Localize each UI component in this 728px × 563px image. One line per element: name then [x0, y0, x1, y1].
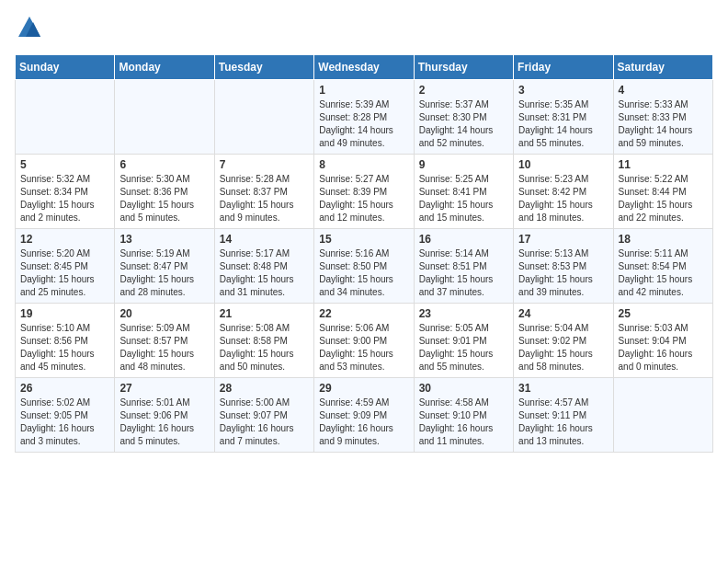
day-number: 3	[518, 84, 608, 97]
day-number: 31	[518, 382, 608, 395]
calendar-cell: 17Sunrise: 5:13 AM Sunset: 8:53 PM Dayli…	[514, 229, 613, 304]
day-info: Sunrise: 5:28 AM Sunset: 8:37 PM Dayligh…	[220, 173, 309, 224]
calendar-cell: 2Sunrise: 5:37 AM Sunset: 8:30 PM Daylig…	[414, 80, 513, 155]
day-info: Sunrise: 5:32 AM Sunset: 8:34 PM Dayligh…	[20, 173, 109, 224]
day-info: Sunrise: 5:02 AM Sunset: 9:05 PM Dayligh…	[20, 396, 109, 448]
day-number: 4	[619, 84, 708, 97]
day-number: 17	[518, 233, 608, 246]
day-number: 9	[419, 158, 508, 171]
day-info: Sunrise: 5:20 AM Sunset: 8:45 PM Dayligh…	[20, 247, 109, 299]
calendar-cell: 1Sunrise: 5:39 AM Sunset: 8:28 PM Daylig…	[314, 80, 414, 155]
calendar-cell: 4Sunrise: 5:33 AM Sunset: 8:33 PM Daylig…	[613, 80, 712, 155]
calendar-body: 1Sunrise: 5:39 AM Sunset: 8:28 PM Daylig…	[16, 80, 713, 453]
calendar-cell: 20Sunrise: 5:09 AM Sunset: 8:57 PM Dayli…	[115, 304, 214, 378]
calendar-cell: 9Sunrise: 5:25 AM Sunset: 8:41 PM Daylig…	[414, 155, 513, 229]
calendar-cell: 5Sunrise: 5:32 AM Sunset: 8:34 PM Daylig…	[16, 155, 115, 229]
day-info: Sunrise: 5:37 AM Sunset: 8:30 PM Dayligh…	[419, 98, 508, 150]
day-info: Sunrise: 5:19 AM Sunset: 8:47 PM Dayligh…	[119, 247, 209, 299]
day-info: Sunrise: 5:17 AM Sunset: 8:48 PM Dayligh…	[220, 247, 309, 299]
calendar-cell: 29Sunrise: 4:59 AM Sunset: 9:09 PM Dayli…	[314, 378, 414, 453]
week-row-4: 19Sunrise: 5:10 AM Sunset: 8:56 PM Dayli…	[16, 304, 713, 378]
header-row: SundayMondayTuesdayWednesdayThursdayFrid…	[16, 55, 713, 80]
day-info: Sunrise: 5:16 AM Sunset: 8:50 PM Dayligh…	[319, 247, 408, 299]
day-number: 1	[319, 84, 408, 97]
calendar-cell: 13Sunrise: 5:19 AM Sunset: 8:47 PM Dayli…	[115, 229, 214, 304]
day-number: 15	[319, 233, 408, 246]
day-info: Sunrise: 5:27 AM Sunset: 8:39 PM Dayligh…	[319, 173, 408, 224]
day-info: Sunrise: 5:35 AM Sunset: 8:31 PM Dayligh…	[518, 98, 608, 150]
calendar-cell: 7Sunrise: 5:28 AM Sunset: 8:37 PM Daylig…	[214, 155, 313, 229]
day-number: 13	[119, 233, 209, 246]
calendar-cell: 25Sunrise: 5:03 AM Sunset: 9:04 PM Dayli…	[613, 304, 712, 378]
week-row-2: 5Sunrise: 5:32 AM Sunset: 8:34 PM Daylig…	[16, 155, 713, 229]
day-info: Sunrise: 5:14 AM Sunset: 8:51 PM Dayligh…	[419, 247, 508, 299]
calendar-cell: 3Sunrise: 5:35 AM Sunset: 8:31 PM Daylig…	[514, 80, 613, 155]
header-day-friday: Friday	[514, 55, 613, 80]
logo-icon	[17, 15, 42, 40]
day-info: Sunrise: 4:57 AM Sunset: 9:11 PM Dayligh…	[518, 396, 608, 448]
logo	[15, 15, 42, 45]
day-info: Sunrise: 5:09 AM Sunset: 8:57 PM Dayligh…	[119, 322, 209, 373]
calendar-cell	[214, 80, 313, 155]
day-info: Sunrise: 5:06 AM Sunset: 9:00 PM Dayligh…	[319, 322, 408, 373]
header-day-wednesday: Wednesday	[314, 55, 414, 80]
calendar-header: SundayMondayTuesdayWednesdayThursdayFrid…	[16, 55, 713, 80]
day-number: 11	[619, 158, 708, 171]
calendar-cell	[16, 80, 115, 155]
day-info: Sunrise: 5:11 AM Sunset: 8:54 PM Dayligh…	[619, 247, 708, 299]
day-number: 25	[619, 307, 708, 320]
calendar-cell: 10Sunrise: 5:23 AM Sunset: 8:42 PM Dayli…	[514, 155, 613, 229]
day-number: 23	[419, 307, 508, 320]
day-number: 8	[319, 158, 408, 171]
day-number: 19	[20, 307, 109, 320]
week-row-5: 26Sunrise: 5:02 AM Sunset: 9:05 PM Dayli…	[16, 378, 713, 453]
week-row-3: 12Sunrise: 5:20 AM Sunset: 8:45 PM Dayli…	[16, 229, 713, 304]
header-day-sunday: Sunday	[16, 55, 115, 80]
day-number: 21	[220, 307, 309, 320]
day-info: Sunrise: 4:59 AM Sunset: 9:09 PM Dayligh…	[319, 396, 408, 448]
day-number: 12	[20, 233, 109, 246]
calendar-cell: 26Sunrise: 5:02 AM Sunset: 9:05 PM Dayli…	[16, 378, 115, 453]
week-row-1: 1Sunrise: 5:39 AM Sunset: 8:28 PM Daylig…	[16, 80, 713, 155]
calendar-cell: 23Sunrise: 5:05 AM Sunset: 9:01 PM Dayli…	[414, 304, 513, 378]
calendar-cell: 19Sunrise: 5:10 AM Sunset: 8:56 PM Dayli…	[16, 304, 115, 378]
calendar-cell: 8Sunrise: 5:27 AM Sunset: 8:39 PM Daylig…	[314, 155, 414, 229]
header-day-thursday: Thursday	[414, 55, 513, 80]
calendar-cell: 22Sunrise: 5:06 AM Sunset: 9:00 PM Dayli…	[314, 304, 414, 378]
day-number: 5	[20, 158, 109, 171]
header-day-tuesday: Tuesday	[214, 55, 313, 80]
day-info: Sunrise: 5:03 AM Sunset: 9:04 PM Dayligh…	[619, 322, 708, 373]
calendar-cell: 16Sunrise: 5:14 AM Sunset: 8:51 PM Dayli…	[414, 229, 513, 304]
day-number: 24	[518, 307, 608, 320]
day-info: Sunrise: 5:23 AM Sunset: 8:42 PM Dayligh…	[518, 173, 608, 224]
day-number: 30	[419, 382, 508, 395]
calendar-cell: 12Sunrise: 5:20 AM Sunset: 8:45 PM Dayli…	[16, 229, 115, 304]
day-info: Sunrise: 5:01 AM Sunset: 9:06 PM Dayligh…	[119, 396, 209, 448]
calendar-cell: 18Sunrise: 5:11 AM Sunset: 8:54 PM Dayli…	[613, 229, 712, 304]
header-day-saturday: Saturday	[613, 55, 712, 80]
day-info: Sunrise: 5:10 AM Sunset: 8:56 PM Dayligh…	[20, 322, 109, 373]
day-info: Sunrise: 5:22 AM Sunset: 8:44 PM Dayligh…	[619, 173, 708, 224]
day-info: Sunrise: 5:04 AM Sunset: 9:02 PM Dayligh…	[518, 322, 608, 373]
calendar-cell	[613, 378, 712, 453]
calendar-cell: 15Sunrise: 5:16 AM Sunset: 8:50 PM Dayli…	[314, 229, 414, 304]
calendar-table: SundayMondayTuesdayWednesdayThursdayFrid…	[15, 54, 713, 453]
day-number: 22	[319, 307, 408, 320]
day-number: 28	[220, 382, 309, 395]
day-info: Sunrise: 5:30 AM Sunset: 8:36 PM Dayligh…	[119, 173, 209, 224]
day-number: 2	[419, 84, 508, 97]
day-number: 27	[119, 382, 209, 395]
day-number: 18	[619, 233, 708, 246]
day-info: Sunrise: 5:08 AM Sunset: 8:58 PM Dayligh…	[220, 322, 309, 373]
calendar-cell: 11Sunrise: 5:22 AM Sunset: 8:44 PM Dayli…	[613, 155, 712, 229]
day-number: 29	[319, 382, 408, 395]
day-info: Sunrise: 5:13 AM Sunset: 8:53 PM Dayligh…	[518, 247, 608, 299]
day-number: 26	[20, 382, 109, 395]
day-number: 16	[419, 233, 508, 246]
day-info: Sunrise: 5:33 AM Sunset: 8:33 PM Dayligh…	[619, 98, 708, 150]
day-info: Sunrise: 5:05 AM Sunset: 9:01 PM Dayligh…	[419, 322, 508, 373]
day-number: 7	[220, 158, 309, 171]
calendar-cell: 31Sunrise: 4:57 AM Sunset: 9:11 PM Dayli…	[514, 378, 613, 453]
day-info: Sunrise: 4:58 AM Sunset: 9:10 PM Dayligh…	[419, 396, 508, 448]
header	[15, 15, 713, 45]
